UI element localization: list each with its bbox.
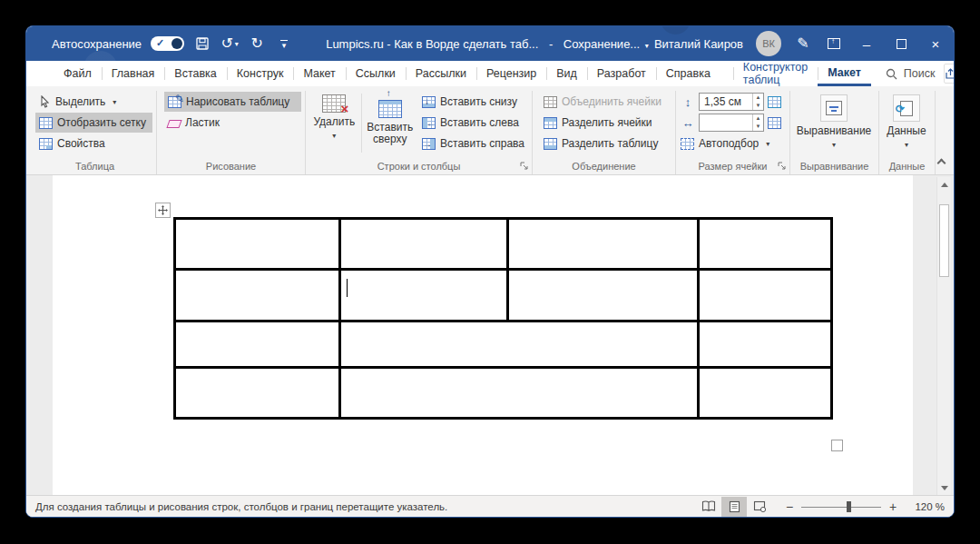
table-cell[interactable]	[508, 219, 699, 270]
save-button[interactable]	[193, 33, 211, 54]
ribbon: Выделить ▾ Отобразить сетку Свойства Таб…	[26, 86, 954, 175]
table-cell[interactable]	[699, 270, 832, 321]
minimize-button[interactable]: –	[856, 36, 877, 52]
group-drawing: ✎ Нарисовать таблицу Ластик Рисование	[157, 91, 306, 174]
share-icon	[945, 68, 955, 80]
ribbon-display-options-button[interactable]	[825, 33, 843, 54]
autosave-toggle[interactable]: ✓	[151, 36, 184, 51]
document-title: Lumpics.ru - Как в Ворде сделать таб... …	[315, 37, 660, 51]
search-box[interactable]: Поиск	[877, 61, 945, 86]
tab-design[interactable]: Конструк	[227, 61, 294, 86]
autofit-button[interactable]: Автоподбор ▾	[681, 134, 786, 153]
split-cells-button[interactable]: Разделить ячейки	[540, 113, 671, 133]
read-mode-button[interactable]	[696, 497, 721, 517]
redo-button[interactable]: ↻	[248, 33, 266, 54]
eraser-icon	[166, 120, 181, 128]
distribute-rows-icon[interactable]	[768, 96, 781, 108]
insert-left-button[interactable]: ← Вставить слева	[418, 113, 528, 133]
table-cell[interactable]	[175, 321, 340, 368]
spinner-arrows[interactable]: ▲ ▼	[752, 114, 763, 131]
table-cell-merged[interactable]	[340, 321, 699, 368]
tab-mailings[interactable]: Рассылки	[406, 61, 476, 86]
show-gridlines-button[interactable]: Отобразить сетку	[35, 113, 152, 133]
tab-table-design[interactable]: Конструктор таблиц	[733, 61, 818, 86]
merge-cells-icon	[544, 96, 557, 108]
spin-down-icon[interactable]: ▼	[756, 124, 761, 129]
saving-status[interactable]: Сохранение...	[564, 37, 640, 51]
tab-view[interactable]: Вид	[546, 61, 587, 86]
dialog-launcher-icon[interactable]	[778, 162, 787, 171]
table-cell[interactable]	[175, 270, 340, 321]
table-cell[interactable]	[175, 219, 340, 270]
spin-down-icon[interactable]: ▼	[756, 104, 761, 108]
draw-table-button[interactable]: ✎ Нарисовать таблицу	[164, 92, 301, 112]
user-name[interactable]: Виталий Каиров	[654, 37, 743, 51]
table-cell-merged[interactable]	[340, 368, 699, 419]
slider-thumb[interactable]	[847, 501, 851, 512]
chevron-down-icon: ▾	[113, 98, 116, 106]
group-table: Выделить ▾ Отобразить сетку Свойства Таб…	[34, 91, 157, 174]
spinner-arrows[interactable]: ▲ ▼	[752, 94, 763, 110]
zoom-slider[interactable]	[801, 500, 881, 513]
merge-cells-label: Объединить ячейки	[562, 95, 662, 108]
tab-review[interactable]: Рецензир	[476, 61, 546, 86]
drawn-table[interactable]	[173, 217, 833, 420]
data-button[interactable]: Данные ▾	[881, 92, 932, 151]
zoom-percentage[interactable]: 120 %	[905, 501, 945, 512]
scrollbar-thumb[interactable]	[939, 204, 949, 277]
tab-references[interactable]: Ссылки	[346, 61, 406, 86]
table-cell[interactable]	[699, 368, 832, 419]
tab-help[interactable]: Справка	[656, 61, 720, 86]
table-cell[interactable]	[699, 321, 832, 368]
vertical-scrollbar[interactable]	[936, 177, 951, 495]
chevron-down-icon[interactable]: ▾	[645, 42, 649, 50]
zoom-out-button[interactable]: −	[785, 499, 794, 514]
print-layout-button[interactable]	[721, 497, 747, 517]
share-button[interactable]	[944, 64, 955, 84]
row-height-spinner[interactable]: 1,35 см ▲ ▼	[699, 93, 764, 111]
delete-button[interactable]: × Удалить ▾	[311, 92, 358, 156]
maximize-button[interactable]	[890, 36, 912, 52]
column-width-spinner[interactable]: ▲ ▼	[699, 114, 764, 132]
tab-home[interactable]: Главная	[102, 61, 165, 86]
tab-developer[interactable]: Разработ	[587, 61, 656, 86]
avatar[interactable]: ВК	[756, 31, 781, 56]
alignment-button[interactable]: Выравнивание ▾	[792, 92, 876, 151]
insert-above-button[interactable]: ↑ Вставить сверху	[366, 92, 415, 156]
collapse-ribbon-button[interactable]	[938, 156, 945, 169]
data-label: Данные	[887, 125, 926, 137]
table-cell-with-cursor[interactable]	[340, 270, 508, 321]
table-row	[175, 368, 832, 419]
table-properties-button[interactable]: Свойства	[35, 134, 152, 153]
maximize-icon	[897, 39, 906, 49]
tab-table-layout[interactable]: Макет	[818, 61, 871, 86]
zoom-in-button[interactable]: +	[888, 499, 897, 514]
dialog-launcher-icon[interactable]	[520, 162, 529, 171]
tab-layout[interactable]: Макет	[293, 61, 345, 86]
undo-button[interactable]: ↺ ▾	[220, 33, 239, 54]
inking-button[interactable]: ✎	[794, 33, 812, 54]
split-table-button[interactable]: Разделить таблицу	[540, 134, 671, 153]
insert-below-button[interactable]: ↓ Вставить снизу	[418, 92, 528, 112]
tab-insert[interactable]: Вставка	[164, 61, 226, 86]
insert-right-button[interactable]: → Вставить справа	[418, 134, 528, 153]
web-layout-button[interactable]	[747, 497, 772, 517]
spin-up-icon[interactable]: ▲	[756, 116, 761, 121]
screen: Автосохранение ✓ ↺ ▾ ↻	[0, 0, 980, 544]
scroll-up-button[interactable]	[937, 177, 952, 192]
scroll-down-button[interactable]	[937, 480, 952, 495]
tab-file[interactable]: Файл	[54, 61, 102, 86]
table-move-handle[interactable]	[155, 203, 171, 218]
quick-access-more-button[interactable]: ▾	[275, 33, 293, 54]
distribute-columns-icon[interactable]	[768, 117, 781, 129]
close-button[interactable]: ×	[925, 36, 946, 52]
table-cell[interactable]	[340, 219, 508, 270]
spin-up-icon[interactable]: ▲	[756, 95, 761, 100]
table-cell[interactable]	[699, 219, 832, 270]
eraser-button[interactable]: Ластик	[164, 113, 301, 133]
table-resize-handle[interactable]	[831, 440, 843, 451]
table-cell[interactable]	[175, 368, 340, 419]
table-cell[interactable]	[508, 270, 699, 321]
split-table-icon	[544, 138, 557, 150]
select-button[interactable]: Выделить ▾	[35, 92, 152, 112]
